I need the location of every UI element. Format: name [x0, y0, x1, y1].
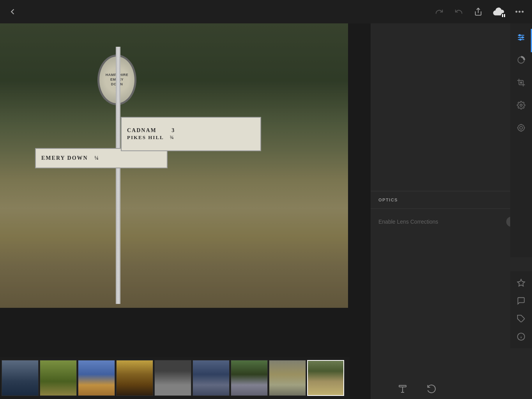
filmstrip-thumb-8[interactable]	[269, 360, 306, 396]
bottom-actions	[351, 384, 483, 394]
rotate-button[interactable]	[427, 384, 436, 394]
filmstrip-thumb-4[interactable]	[116, 360, 153, 396]
svg-point-11	[519, 35, 521, 36]
pause-badge	[501, 13, 506, 18]
filmstrip-thumb-3[interactable]	[78, 360, 115, 396]
svg-marker-23	[518, 279, 525, 286]
filmstrip-thumb-7[interactable]	[231, 360, 268, 396]
comment-button[interactable]	[513, 293, 529, 309]
filmstrip-thumb-1[interactable]	[2, 360, 39, 396]
filmstrip-thumb-2[interactable]	[40, 360, 77, 396]
svg-point-13	[520, 39, 521, 41]
svg-rect-28	[399, 385, 406, 387]
crop-icon-button[interactable]	[513, 75, 529, 90]
svg-point-18	[518, 125, 525, 131]
svg-point-16	[520, 104, 522, 106]
svg-rect-1	[502, 14, 503, 17]
top-toolbar	[0, 0, 532, 23]
share-button[interactable]	[472, 5, 484, 18]
toolbar-right	[433, 4, 526, 19]
toolbar-left	[6, 5, 19, 18]
undo-button[interactable]	[452, 5, 465, 18]
color-wheel-icon-button[interactable]	[513, 52, 529, 68]
filmstrip	[0, 357, 350, 399]
optics-section: OPTICS Enable Lens Corrections	[371, 191, 532, 235]
svg-point-5	[522, 11, 524, 13]
detail-icon-button[interactable]	[513, 97, 529, 113]
redo-button[interactable]	[433, 5, 445, 18]
svg-point-3	[516, 11, 518, 13]
svg-point-15	[520, 82, 522, 83]
optics-content: Enable Lens Corrections	[371, 209, 532, 235]
flag-button[interactable]	[398, 384, 407, 394]
sign-right: CADNAM 3 PIKES HILL ¾	[121, 117, 261, 151]
star-button[interactable]	[513, 275, 529, 291]
info-button[interactable]	[513, 329, 529, 344]
more-options-button[interactable]	[513, 5, 526, 18]
right-sidebar	[510, 23, 532, 257]
svg-rect-2	[504, 14, 505, 17]
svg-point-17	[520, 126, 522, 129]
cloud-sync-button[interactable]	[491, 4, 506, 19]
lens-corrections-row: Enable Lens Corrections	[378, 217, 524, 227]
back-button[interactable]	[6, 5, 19, 18]
effects-icon-button[interactable]	[513, 120, 529, 136]
filmstrip-thumb-9-active[interactable]	[307, 360, 344, 396]
optics-header[interactable]: OPTICS	[371, 191, 532, 209]
svg-point-12	[522, 37, 523, 38]
tag-button[interactable]	[513, 311, 529, 327]
filmstrip-thumb-5[interactable]	[154, 360, 191, 396]
svg-point-4	[519, 11, 521, 13]
right-sidebar-bottom	[510, 271, 532, 348]
main-image: HAMPSHIREEMERYDOWN EMERY DOWN ¼ CADNAM 3…	[0, 23, 348, 308]
sign-pole	[116, 47, 120, 304]
filmstrip-thumb-6[interactable]	[193, 360, 230, 396]
optics-title: OPTICS	[378, 198, 398, 202]
lens-corrections-label: Enable Lens Corrections	[378, 219, 438, 225]
sliders-icon-button[interactable]	[513, 30, 529, 45]
